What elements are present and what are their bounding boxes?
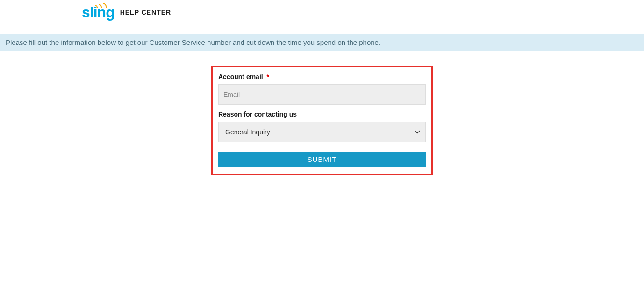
email-label-text: Account email xyxy=(218,73,263,81)
contact-form: Account email * Reason for contacting us… xyxy=(211,66,433,175)
required-indicator-icon: * xyxy=(267,73,269,81)
help-center-label: HELP CENTER xyxy=(120,8,172,16)
sling-logo[interactable]: sling xyxy=(82,5,114,20)
reason-select[interactable]: General Inquiry xyxy=(218,122,426,142)
form-wrapper: Account email * Reason for contacting us… xyxy=(0,66,644,175)
email-field[interactable] xyxy=(218,84,426,105)
reason-label: Reason for contacting us xyxy=(218,110,426,118)
info-banner: Please fill out the information below to… xyxy=(0,34,644,51)
email-label: Account email * xyxy=(218,73,426,81)
logo-text: sling xyxy=(82,4,114,21)
submit-button[interactable]: SUBMIT xyxy=(218,152,426,167)
banner-message: Please fill out the information below to… xyxy=(6,38,380,46)
header: sling HELP CENTER xyxy=(0,0,644,24)
reason-select-wrapper: General Inquiry xyxy=(218,122,426,142)
